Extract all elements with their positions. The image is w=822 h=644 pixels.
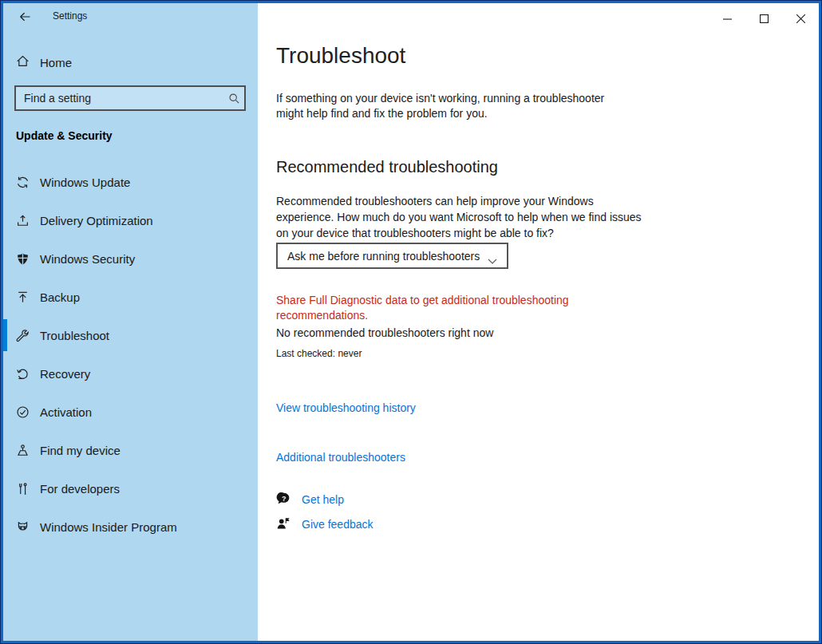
search-box <box>14 85 246 111</box>
home-icon <box>16 54 30 71</box>
sidebar-item-windows-security[interactable]: Windows Security <box>3 243 258 275</box>
give-feedback-link[interactable]: Give feedback <box>276 516 373 531</box>
sidebar-item-recovery[interactable]: Recovery <box>3 358 258 389</box>
sidebar-item-find-my-device[interactable]: Find my device <box>3 434 258 466</box>
diagnostic-data-warning-link[interactable]: Share Full Diagnostic data to get additi… <box>276 293 605 323</box>
get-help-icon: ? <box>276 492 294 507</box>
search-icon[interactable] <box>223 93 244 105</box>
sidebar-item-troubleshoot[interactable]: Troubleshoot <box>3 319 258 351</box>
close-icon <box>796 14 805 23</box>
sidebar-item-label: Backup <box>40 290 80 304</box>
recommended-description: Recommended troubleshooters can help imp… <box>276 193 645 241</box>
give-feedback-icon <box>276 516 294 531</box>
sidebar-section-heading: Update & Security <box>16 129 113 142</box>
svg-text:?: ? <box>282 495 286 503</box>
sidebar-item-delivery-optimization[interactable]: Delivery Optimization <box>3 204 258 236</box>
sidebar-item-label: Troubleshoot <box>40 329 109 342</box>
windows-update-icon <box>16 176 30 189</box>
delivery-optimization-icon <box>16 214 30 227</box>
sidebar: Settings Home Update & Security <box>3 3 258 641</box>
windows-insider-icon <box>16 520 30 534</box>
for-developers-icon <box>16 482 30 496</box>
back-button[interactable] <box>13 6 37 27</box>
sidebar-item-label: Recovery <box>40 367 90 381</box>
recommended-status: No recommended troubleshooters right now <box>276 326 493 339</box>
sidebar-item-windows-update[interactable]: Windows Update <box>3 166 258 198</box>
minimize-icon <box>723 14 732 23</box>
page-title: Troubleshoot <box>276 43 405 69</box>
backup-icon <box>16 290 30 304</box>
sidebar-item-label: Windows Insider Program <box>40 520 177 534</box>
chevron-down-icon <box>488 254 497 268</box>
back-arrow-icon <box>18 10 32 23</box>
page-intro: If something on your device isn't workin… <box>276 91 634 121</box>
additional-troubleshooters-link[interactable]: Additional troubleshooters <box>276 451 405 464</box>
window-controls <box>709 3 819 34</box>
activation-icon <box>16 405 30 419</box>
troubleshoot-icon <box>16 329 30 342</box>
sidebar-item-label: Activation <box>40 405 92 419</box>
sidebar-item-windows-insider-program[interactable]: Windows Insider Program <box>3 511 258 543</box>
troubleshooter-preference-dropdown[interactable]: Ask me before running troubleshooters <box>276 243 508 269</box>
sidebar-item-label: Windows Update <box>40 176 130 189</box>
sidebar-nav: Windows Update Delivery Optimization <box>3 166 258 549</box>
window-content: Settings Home Update & Security <box>1 1 821 643</box>
sidebar-item-home[interactable]: Home <box>3 46 258 78</box>
app-title: Settings <box>53 10 87 22</box>
sidebar-item-activation[interactable]: Activation <box>3 396 258 428</box>
sidebar-item-backup[interactable]: Backup <box>3 281 258 313</box>
minimize-button[interactable] <box>709 3 745 34</box>
windows-security-icon <box>16 252 30 266</box>
last-checked-label: Last checked: never <box>276 348 362 359</box>
recovery-icon <box>16 367 30 381</box>
view-troubleshooting-history-link[interactable]: View troubleshooting history <box>276 401 416 414</box>
selected-indicator <box>3 319 7 351</box>
main-content: Troubleshoot If something on your device… <box>258 3 819 641</box>
maximize-button[interactable] <box>745 3 782 34</box>
sidebar-item-label: Home <box>40 56 72 69</box>
dropdown-value: Ask me before running troubleshooters <box>278 250 480 263</box>
sidebar-item-label: Delivery Optimization <box>40 214 153 227</box>
get-help-label: Get help <box>302 493 344 506</box>
recommended-heading: Recommended troubleshooting <box>276 158 498 176</box>
sidebar-item-for-developers[interactable]: For developers <box>3 472 258 504</box>
close-button[interactable] <box>782 3 819 34</box>
search-input[interactable] <box>16 92 223 105</box>
sidebar-item-label: For developers <box>40 482 120 496</box>
get-help-link[interactable]: ? Get help <box>276 492 344 507</box>
maximize-icon <box>760 14 769 23</box>
sidebar-item-label: Find my device <box>40 444 121 457</box>
give-feedback-label: Give feedback <box>302 518 373 531</box>
find-my-device-icon <box>16 444 30 457</box>
sidebar-item-label: Windows Security <box>40 252 135 266</box>
settings-window: Settings Home Update & Security <box>0 0 822 644</box>
